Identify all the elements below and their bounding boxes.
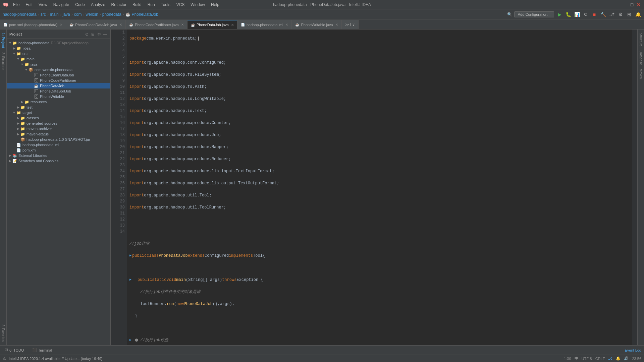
tree-item-iml[interactable]: ▶ 📄 hadoop-phonedata.iml <box>7 142 110 147</box>
tree-item-phonewritable[interactable]: ▶ 🄲 PhoneWritable <box>7 94 110 99</box>
tree-item-main[interactable]: ▼ 📁 main <box>7 56 110 62</box>
tab-phonecode-close[interactable]: ✕ <box>181 23 184 26</box>
vtab-structure[interactable]: Structure <box>638 31 643 49</box>
stop-icon[interactable]: ■ <box>591 11 598 18</box>
search-icon[interactable]: 🔍 <box>507 12 512 17</box>
settings-icon[interactable]: ⚙ <box>617 11 624 18</box>
vtab-database[interactable]: Database <box>638 49 643 67</box>
tree-item-idea[interactable]: ▶ 📁 .idea <box>7 46 110 51</box>
tab-phoneclean-close[interactable]: ✕ <box>119 23 122 26</box>
tree-icon-pom: 📄 <box>16 148 21 153</box>
run-icon[interactable]: ▶ <box>556 11 563 18</box>
tree-item-maven-archiver[interactable]: ▶ 📁 maven-archiver <box>7 126 110 131</box>
tab-phonewritable[interactable]: ☕ PhoneWritable.java ✕ <box>292 20 341 29</box>
fold-icon-21[interactable]: ▶ <box>129 277 131 283</box>
menu-code[interactable]: Code <box>72 2 88 8</box>
menu-analyze[interactable]: Analyze <box>88 2 108 8</box>
menu-build[interactable]: Build <box>130 2 144 8</box>
fold-icon-26b[interactable]: ⬤ <box>135 337 138 343</box>
git-icon[interactable]: ⎇ <box>608 11 615 18</box>
tab-pom-close[interactable]: ✕ <box>60 23 62 26</box>
debug-icon[interactable]: 🐛 <box>565 11 572 18</box>
breadcrumb-com[interactable]: com <box>74 12 82 17</box>
breadcrumb-phonedata[interactable]: phonedata <box>102 12 121 17</box>
breadcrumb-file[interactable]: PhoneDataJob <box>132 12 158 17</box>
add-config-button[interactable]: Add Configuration... <box>514 11 554 17</box>
tree-item-ext-lib[interactable]: ▶ 📚 External Libraries <box>7 153 110 158</box>
code-editor[interactable]: package com.wenxin.phonedata;| import or… <box>127 29 632 345</box>
tree-item-generated[interactable]: ▶ 📁 generated-sources <box>7 121 110 126</box>
menu-file[interactable]: File <box>10 2 22 8</box>
maximize-button[interactable]: □ <box>629 2 635 7</box>
menu-tools[interactable]: Tools <box>158 2 173 8</box>
tab-phonedata[interactable]: ☕ PhoneDataJob.java ✕ <box>187 20 237 29</box>
panel-locate-btn[interactable]: ⊙ <box>84 32 90 37</box>
tab-phonecode[interactable]: ☕ PhoneCodePartitioner.java ✕ <box>126 20 187 29</box>
breadcrumb-main[interactable]: main <box>50 12 59 17</box>
menu-vcs[interactable]: VCS <box>174 2 187 8</box>
panel-settings-btn[interactable]: ⚙ <box>96 32 102 37</box>
menu-view[interactable]: View <box>36 2 50 8</box>
vtab-maven[interactable]: Maven <box>638 67 643 81</box>
menu-navigate[interactable]: Navigate <box>51 2 72 8</box>
tab-phoneclean[interactable]: ☕ PhoneCleanDataJob.java ✕ <box>66 20 126 29</box>
menu-refactor[interactable]: Refactor <box>109 2 129 8</box>
refresh-icon[interactable]: ↻ <box>582 11 589 18</box>
menu-window[interactable]: Window <box>188 2 208 8</box>
tree-icon-target: 📁 <box>16 110 21 115</box>
tree-item-resources[interactable]: ▶ 📁 resources <box>7 99 110 105</box>
tab-iml-close[interactable]: ✕ <box>285 23 288 26</box>
layout-icon[interactable]: ⊞ <box>626 11 633 18</box>
fold-icon-26[interactable]: ▶ <box>129 337 131 343</box>
build-icon[interactable]: 🔨 <box>600 11 606 18</box>
tree-item-target[interactable]: ▼ 📁 target <box>7 110 110 115</box>
fold-icon-19[interactable]: ▶ <box>129 253 131 259</box>
code-line-8: import org.apache.hadoop.mapreduce.Count… <box>129 120 629 126</box>
tab-phonedata-close[interactable]: ✕ <box>231 23 234 27</box>
tree-item-phonedata[interactable]: ▶ ☕ PhoneDataJob <box>7 83 110 88</box>
panel-collapse-btn[interactable]: — <box>102 32 108 37</box>
tab-overflow[interactable]: ≫ I ∨ <box>342 20 359 29</box>
menu-help[interactable]: Help <box>208 2 222 8</box>
tab-iml[interactable]: 📄 hadoop-phonedata.iml ✕ <box>237 20 292 29</box>
close-button[interactable]: ✕ <box>636 2 641 7</box>
tree-item-phonedatasort[interactable]: ▶ 🄲 PhoneDataSortJob <box>7 88 110 94</box>
code-line-5: import org.apache.hadoop.fs.Path; <box>129 84 629 90</box>
vtab-project[interactable]: 1: Project <box>1 31 6 50</box>
tree-arrow-src: ▼ <box>12 52 16 55</box>
tree-item-maven-status[interactable]: ▶ 📁 maven-status <box>7 131 110 137</box>
panel-expand-btn[interactable]: ⊞ <box>90 32 96 37</box>
tree-item-phonecode[interactable]: ▶ 🄲 PhoneCodePartitioner <box>7 78 110 83</box>
code-line-4: import org.apache.hadoop.fs.FileSystem; <box>129 72 629 78</box>
coverage-icon[interactable]: 📊 <box>574 11 580 18</box>
breadcrumb-src[interactable]: src <box>41 12 46 17</box>
tree-item-root[interactable]: ▼ 📁 hadoop-phonedata D:\IDEAproject\hado… <box>7 40 110 46</box>
vtab-favorites[interactable]: 2: Favorites <box>1 322 6 344</box>
menu-edit[interactable]: Edit <box>23 2 35 8</box>
tree-item-jar[interactable]: ▶ 📦 hadoop-phonedata-1.0-SNAPSHOT.jar <box>7 137 110 142</box>
tree-item-java[interactable]: ▼ 📁 java <box>7 62 110 67</box>
breadcrumb-project[interactable]: hadoop-phonedata <box>3 12 37 17</box>
tree-item-scratches[interactable]: ▶ 📝 Scratches and Consoles <box>7 158 110 164</box>
bottom-tab-terminal[interactable]: ⬛ Terminal <box>30 347 54 353</box>
tab-phonewritable-close[interactable]: ✕ <box>335 23 338 26</box>
main-layout: 1: Project 2: Structure 2: Favorites Pro… <box>0 29 644 345</box>
tree-item-test[interactable]: ▶ 📁 test <box>7 105 110 110</box>
tree-item-classes[interactable]: ▶ 📁 classes <box>7 115 110 121</box>
bottom-tab-todo[interactable]: ☑ 6: TODO <box>3 347 26 353</box>
notification-icon[interactable]: 🔔 <box>635 11 641 18</box>
minimize-button[interactable]: ─ <box>623 2 628 7</box>
code-line-9: import org.apache.hadoop.mapreduce.Job; <box>129 132 629 138</box>
breadcrumb-java[interactable]: java <box>63 12 70 17</box>
vtab-structure[interactable]: 2: Structure <box>1 50 6 72</box>
menu-run[interactable]: Run <box>145 2 158 8</box>
tree-item-src[interactable]: ▼ 📁 src <box>7 51 110 56</box>
status-notification[interactable]: IntelliJ IDEA 2020.1.4 available: // Upd… <box>9 357 102 361</box>
tree-item-pom[interactable]: ▶ 📄 pom.xml <box>7 147 110 153</box>
right-gutter[interactable] <box>632 29 637 345</box>
tree-item-package[interactable]: ▼ 📦 com.wenxin.phonedata <box>7 67 110 72</box>
tab-pom[interactable]: 📄 pom.xml (hadoop-phonedata) ✕ <box>0 20 66 29</box>
tree-item-phoneclean[interactable]: ▶ 🄲 PhoneCleanDataJob <box>7 72 110 78</box>
breadcrumb-wenxin[interactable]: wenxin <box>86 12 98 17</box>
event-log-link[interactable]: Event Log <box>625 348 641 352</box>
